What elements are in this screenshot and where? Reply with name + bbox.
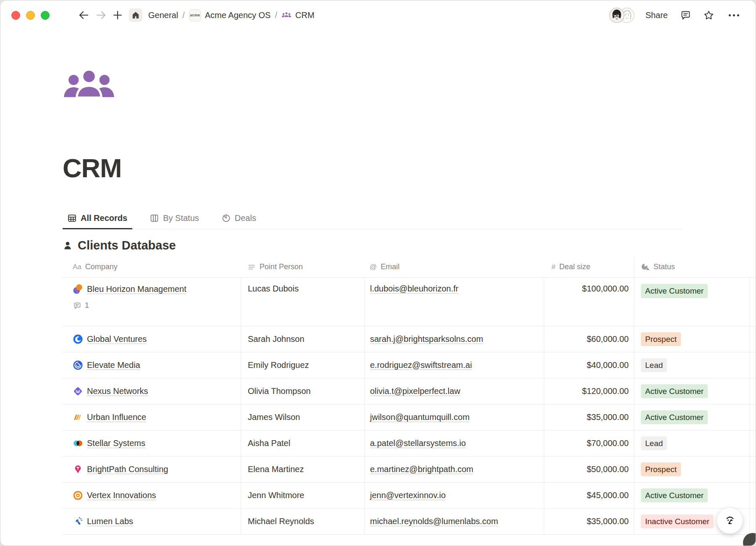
- avatar-1[interactable]: [609, 8, 625, 23]
- deal-size-cell[interactable]: $50,000.00: [544, 457, 634, 482]
- tab-deals[interactable]: Deals: [217, 213, 261, 229]
- person-cell[interactable]: Olivia Thompson: [241, 378, 365, 404]
- status-cell[interactable]: Active Customer: [634, 404, 749, 430]
- status-cell[interactable]: Prospect: [634, 326, 749, 352]
- back-button[interactable]: [78, 10, 89, 20]
- status-badge[interactable]: Active Customer: [641, 284, 708, 298]
- minimize-window-button[interactable]: [26, 11, 35, 20]
- favorite-button[interactable]: [703, 10, 714, 21]
- column-header-deal-size[interactable]: # Deal size: [544, 257, 634, 277]
- deal-size-cell[interactable]: $60,000.00: [544, 326, 634, 352]
- email-link[interactable]: a.patel@stellarsystems.io: [370, 438, 466, 448]
- person-cell[interactable]: Emily Rodriguez: [241, 352, 365, 378]
- deal-size-cell[interactable]: $45,000.00: [544, 483, 634, 508]
- company-cell[interactable]: Lumen Labs: [63, 509, 241, 534]
- status-badge[interactable]: Inactive Customer: [641, 514, 714, 529]
- home-button[interactable]: [129, 8, 142, 22]
- more-options-button[interactable]: [726, 14, 742, 16]
- person-cell[interactable]: James Wilson: [241, 404, 365, 430]
- status-badge[interactable]: Active Customer: [641, 384, 708, 399]
- tab-by-status[interactable]: By Status: [145, 213, 204, 229]
- company-link[interactable]: Global Ventures: [87, 334, 147, 344]
- close-window-button[interactable]: [11, 11, 20, 20]
- comments-button[interactable]: [680, 10, 691, 21]
- deal-size-cell[interactable]: $40,000.00: [544, 352, 634, 378]
- status-badge[interactable]: Active Customer: [641, 488, 708, 503]
- company-cell[interactable]: Global Ventures: [63, 326, 241, 352]
- deal-size-cell[interactable]: $70,000.00: [544, 430, 634, 456]
- tab-all-records[interactable]: All Records: [63, 213, 132, 229]
- database-title[interactable]: Clients Database: [63, 239, 756, 252]
- company-cell[interactable]: Nexus Networks: [63, 378, 241, 404]
- column-header-point-person[interactable]: Point Person: [241, 257, 365, 277]
- company-link[interactable]: Bleu Horizon Management: [87, 284, 186, 294]
- company-cell[interactable]: Bleu Horizon Management 1: [63, 278, 241, 326]
- deal-size-cell[interactable]: $35,000.00: [544, 509, 634, 534]
- company-cell[interactable]: Elevate Media: [63, 352, 241, 378]
- person-cell[interactable]: Lucas Dubois: [241, 278, 365, 326]
- company-link[interactable]: Stellar Systems: [87, 438, 145, 448]
- person-cell[interactable]: Elena Martinez: [241, 457, 365, 482]
- company-cell[interactable]: Urban Influence: [63, 404, 241, 430]
- status-badge[interactable]: Active Customer: [641, 410, 708, 425]
- corner-button[interactable]: [743, 533, 756, 546]
- email-link[interactable]: michael.reynolds@lumenlabs.com: [370, 517, 498, 526]
- sidebar-toggle-icon[interactable]: [60, 11, 71, 19]
- company-link[interactable]: BrightPath Consulting: [87, 465, 168, 474]
- status-cell[interactable]: Lead: [634, 430, 749, 456]
- email-cell[interactable]: michael.reynolds@lumenlabs.com: [365, 509, 544, 534]
- deal-size-cell[interactable]: $100,000.00: [544, 278, 634, 326]
- status-badge[interactable]: Prospect: [641, 462, 681, 477]
- status-cell[interactable]: Active Customer: [634, 483, 749, 508]
- email-cell[interactable]: olivia.t@pixelperfect.law: [365, 378, 544, 404]
- person-cell[interactable]: Aisha Patel: [241, 430, 365, 456]
- email-link[interactable]: jwilson@quantumquill.com: [370, 412, 470, 422]
- status-badge[interactable]: Prospect: [641, 332, 681, 346]
- email-link[interactable]: olivia.t@pixelperfect.law: [370, 386, 460, 396]
- email-cell[interactable]: sarah.j@brightsparksolns.com: [365, 326, 544, 352]
- status-cell[interactable]: Prospect: [634, 457, 749, 482]
- email-cell[interactable]: a.patel@stellarsystems.io: [365, 430, 544, 456]
- status-cell[interactable]: Active Customer: [634, 378, 749, 404]
- email-cell[interactable]: l.dubois@bleuhorizon.fr: [365, 278, 544, 326]
- breadcrumb-general[interactable]: General: [146, 9, 181, 21]
- status-cell[interactable]: Active Customer: [634, 278, 749, 326]
- breadcrumb-workspace[interactable]: acme Acme Agency OS: [186, 8, 273, 23]
- company-link[interactable]: Lumen Labs: [87, 517, 133, 526]
- email-cell[interactable]: e.martinez@brightpath.com: [365, 457, 544, 482]
- email-link[interactable]: jenn@vertexinnov.io: [370, 491, 446, 500]
- company-cell[interactable]: Stellar Systems: [63, 430, 241, 456]
- page-title[interactable]: CRM: [63, 155, 756, 181]
- email-cell[interactable]: jwilson@quantumquill.com: [365, 404, 544, 430]
- email-cell[interactable]: e.rodriguez@swiftstream.ai: [365, 352, 544, 378]
- company-link[interactable]: Vertex Innovations: [87, 491, 156, 500]
- email-cell[interactable]: jenn@vertexinnov.io: [365, 483, 544, 508]
- new-tab-button[interactable]: [113, 10, 123, 20]
- column-header-status[interactable]: Status: [634, 257, 749, 277]
- column-header-email[interactable]: @ Email: [365, 257, 544, 277]
- deal-size-cell[interactable]: $120,000.00: [544, 378, 634, 404]
- zoom-window-button[interactable]: [41, 11, 50, 20]
- notion-ai-button[interactable]: [717, 507, 743, 534]
- forward-button[interactable]: [95, 10, 107, 20]
- company-link[interactable]: Nexus Networks: [87, 386, 148, 396]
- person-cell[interactable]: Sarah Johnson: [241, 326, 365, 352]
- email-link[interactable]: sarah.j@brightsparksolns.com: [370, 334, 483, 344]
- share-button[interactable]: Share: [642, 9, 671, 22]
- company-cell[interactable]: Vertex Innovations: [63, 483, 241, 508]
- company-link[interactable]: Elevate Media: [87, 360, 140, 370]
- person-cell[interactable]: Jenn Whitmore: [241, 483, 365, 508]
- email-link[interactable]: e.martinez@brightpath.com: [370, 465, 473, 474]
- email-link[interactable]: l.dubois@bleuhorizon.fr: [370, 284, 458, 294]
- company-cell[interactable]: BrightPath Consulting: [63, 457, 241, 482]
- viewer-avatars[interactable]: [609, 8, 635, 23]
- status-cell[interactable]: Lead: [634, 352, 749, 378]
- breadcrumb-crm[interactable]: CRM: [279, 9, 317, 21]
- company-link[interactable]: Urban Influence: [87, 412, 146, 422]
- status-badge[interactable]: Lead: [641, 358, 667, 373]
- email-link[interactable]: e.rodriguez@swiftstream.ai: [370, 360, 472, 370]
- status-badge[interactable]: Lead: [641, 436, 667, 451]
- comment-indicator[interactable]: 1: [73, 301, 241, 310]
- page-icon-people-group[interactable]: [63, 68, 116, 103]
- deal-size-cell[interactable]: $35,000.00: [544, 404, 634, 430]
